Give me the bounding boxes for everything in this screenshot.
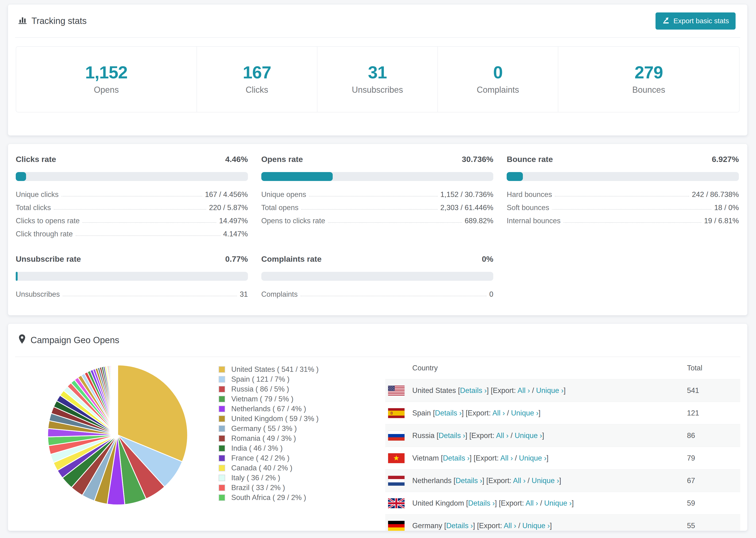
tracking-stats-title: Tracking stats: [18, 15, 87, 27]
bracket: ] [: [495, 499, 501, 507]
rates-grid: Clicks rate4.46%Unique clicks167 / 4.456…: [16, 144, 739, 300]
rate-row-value: 18 / 0%: [714, 203, 739, 213]
rate-rows: Unique clicks167 / 4.456%Total clicks220…: [16, 187, 248, 240]
country-cell: United Kingdom [Details ›] [Export: All …: [412, 499, 574, 508]
export-basic-stats-button[interactable]: Export basic stats: [656, 13, 735, 29]
legend-item: Canada ( 40 / 2% ): [219, 463, 319, 473]
rate-row: Total clicks220 / 5.87%: [16, 200, 248, 213]
export-all-link[interactable]: All ›: [500, 454, 513, 462]
rate-row-label: Soft bounces: [507, 203, 549, 213]
export-all-link[interactable]: All ›: [525, 499, 538, 507]
dotted-leader: [552, 209, 711, 210]
export-unique-link[interactable]: Unique ›: [511, 409, 538, 417]
export-all-link[interactable]: All ›: [517, 386, 530, 395]
rate-value: 6.927%: [712, 155, 739, 164]
export-button-label: Export basic stats: [674, 17, 729, 25]
total-value: 55: [687, 521, 695, 530]
rate-value: 0%: [482, 254, 493, 264]
details-link[interactable]: Details ›: [446, 521, 473, 530]
total-value: 59: [687, 499, 695, 508]
export-unique-link[interactable]: Unique ›: [519, 454, 546, 462]
legend-item: Romania ( 49 / 3% ): [219, 434, 319, 443]
legend-label: Netherlands ( 67 / 4% ): [231, 405, 306, 413]
bracket: ]: [550, 521, 552, 530]
export-unique-link[interactable]: Unique ›: [522, 521, 550, 530]
bracket: ]: [546, 454, 549, 462]
export-all-link[interactable]: All ›: [496, 431, 509, 440]
legend-item: United States ( 541 / 31% ): [219, 364, 319, 374]
legend-swatch: [219, 445, 225, 452]
legend-item: Spain ( 121 / 7% ): [219, 374, 319, 384]
rate-row: Clicks to opens rate14.497%: [16, 213, 248, 227]
bracket: ] [: [469, 454, 476, 462]
country-flag-nl: [388, 476, 405, 486]
rate-progress-track: [16, 272, 248, 281]
dotted-leader: [82, 222, 216, 223]
legend-swatch: [219, 405, 225, 412]
rate-progress-track: [16, 172, 248, 181]
legend-item: Germany ( 55 / 3% ): [219, 424, 319, 434]
legend-label: United States ( 541 / 31% ): [231, 365, 319, 374]
details-link[interactable]: Details ›: [456, 476, 482, 485]
geo-body: United States ( 541 / 31% )Spain ( 121 /…: [8, 357, 747, 531]
legend-label: Italy ( 36 / 2% ): [231, 474, 280, 482]
slash: /: [505, 409, 511, 417]
country-cell: Spain [Details ›] [Export: All › / Uniqu…: [412, 409, 540, 417]
country-flag-gb: [388, 498, 405, 508]
export-unique-link[interactable]: Unique ›: [514, 431, 542, 440]
export-unique-link[interactable]: Unique ›: [531, 476, 559, 485]
export-label: Export:: [501, 499, 525, 507]
rate-row: Opens to clicks rate689.82%: [261, 213, 494, 227]
legend-label: United Kingdom ( 59 / 3% ): [231, 414, 319, 423]
rate-row-value: 14.497%: [219, 217, 248, 227]
legend-item: Russia ( 86 / 5% ): [219, 384, 319, 394]
details-link[interactable]: Details ›: [468, 499, 495, 507]
bracket: ] [: [473, 521, 479, 530]
rate-title: Clicks rate: [16, 155, 56, 164]
country-flag-vn: [388, 453, 405, 463]
rate-progress-fill: [16, 172, 26, 181]
legend-item: France ( 42 / 2% ): [219, 453, 319, 463]
bracket: ]: [539, 409, 541, 417]
pie-legend: United States ( 541 / 31% )Spain ( 121 /…: [219, 364, 319, 503]
details-link[interactable]: Details ›: [460, 386, 487, 395]
rate-row-label: Opens to clicks rate: [261, 217, 325, 227]
export-all-link[interactable]: All ›: [492, 409, 505, 417]
campaign-geo-opens-card: Campaign Geo Opens United States ( 541 /…: [8, 323, 747, 531]
slash: /: [513, 454, 519, 462]
export-all-link[interactable]: All ›: [504, 521, 516, 530]
legend-swatch: [219, 435, 225, 442]
rate-head: Bounce rate6.927%: [507, 155, 739, 164]
country-name: Netherlands: [412, 476, 454, 485]
export-unique-link[interactable]: Unique ›: [536, 386, 564, 395]
export-label: Export:: [471, 431, 496, 440]
stat-value: 31: [368, 64, 387, 81]
legend-swatch: [219, 425, 225, 432]
export-all-link[interactable]: All ›: [513, 476, 525, 485]
rate-row-label: Click through rate: [16, 230, 73, 240]
rate-row: Soft bounces18 / 0%: [507, 200, 739, 213]
legend-label: Vietnam ( 79 / 5% ): [231, 395, 294, 403]
legend-label: Romania ( 49 / 3% ): [231, 434, 296, 443]
stat-label: Complaints: [477, 85, 519, 95]
legend-item: Brazil ( 33 / 2% ): [219, 483, 319, 493]
dotted-leader: [54, 209, 206, 210]
details-link[interactable]: Details ›: [435, 409, 462, 417]
tracking-stats-header: Tracking stats Export basic stats: [8, 4, 747, 37]
dotted-leader: [301, 209, 437, 210]
export-unique-link[interactable]: Unique ›: [544, 499, 572, 507]
rate-row-label: Unsubscribes: [16, 290, 60, 300]
details-link[interactable]: Details ›: [443, 454, 469, 462]
tracking-stats-title-text: Tracking stats: [31, 16, 87, 26]
country-name: Russia: [412, 431, 436, 440]
rate-title: Bounce rate: [507, 155, 553, 164]
details-link[interactable]: Details ›: [439, 431, 465, 440]
rate-row-value: 2,303 / 61.446%: [441, 203, 494, 213]
legend-item: Netherlands ( 67 / 4% ): [219, 404, 319, 414]
rate-progress-fill: [261, 172, 333, 181]
stat-cell-opens: 1,152Opens: [16, 47, 197, 112]
legend-swatch: [219, 386, 225, 393]
rate-row-value: 689.82%: [465, 217, 493, 227]
table-row: United States [Details ›] [Export: All ›…: [385, 379, 740, 402]
slash: /: [538, 499, 544, 507]
